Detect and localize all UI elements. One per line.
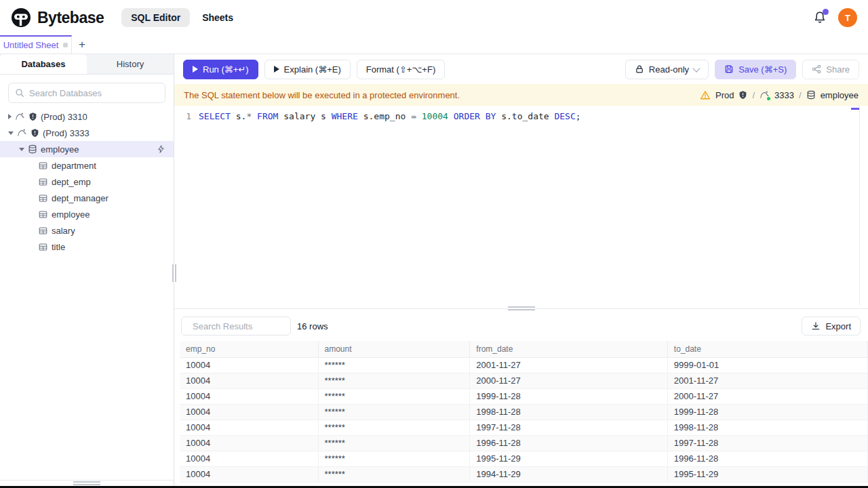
- share-button[interactable]: Share: [802, 60, 859, 79]
- chevron-down-icon[interactable]: [8, 131, 14, 135]
- sql-statement: SELECT s.* FROM salary s WHERE s.emp_no …: [199, 110, 581, 123]
- table-row[interactable]: 10004****** 1994-11-291995-11-29: [180, 466, 868, 482]
- column-header-from-date[interactable]: from_date: [470, 341, 668, 357]
- mode-select[interactable]: Read-only: [625, 60, 709, 79]
- format-button[interactable]: Format (⇧+⌥+F): [357, 60, 445, 79]
- table-label: title: [52, 242, 65, 252]
- save-button[interactable]: Save (⌘+S): [715, 60, 796, 79]
- download-icon: [811, 321, 821, 331]
- search-databases-input[interactable]: [29, 88, 159, 98]
- mysql-icon: [17, 128, 27, 138]
- play-icon: [193, 66, 198, 73]
- table-row[interactable]: 10004****** 1996-11-281997-11-28: [180, 435, 868, 451]
- table-icon: [39, 243, 47, 251]
- play-icon: [274, 66, 279, 73]
- table-row[interactable]: 10004****** 2001-11-279999-01-01: [180, 357, 868, 373]
- results-table: emp_no amount from_date to_date 10004***…: [180, 341, 868, 483]
- sheet-tab-label: Untitled Sheet: [3, 40, 59, 50]
- mysql-icon: [15, 112, 25, 121]
- results-resize-handle[interactable]: [174, 305, 868, 312]
- sidebar: Databases History: [0, 54, 174, 486]
- chevron-down-icon: [692, 64, 700, 72]
- column-header-emp-no[interactable]: emp_no: [180, 341, 318, 357]
- line-number: 1: [174, 110, 199, 123]
- table-item-dept-manager[interactable]: dept_manager: [0, 190, 174, 206]
- results-controls: 16 rows Export: [174, 312, 868, 341]
- bytebase-sql-editor: Bytebase SQL Editor Sheets T Untitled Sh…: [0, 0, 868, 488]
- table-label: department: [52, 161, 96, 171]
- add-sheet-button[interactable]: +: [72, 35, 92, 54]
- sql-editor[interactable]: 1 SELECT s.* FROM salary s WHERE s.emp_n…: [174, 106, 868, 305]
- instance-label: (Prod) 3310: [41, 112, 87, 122]
- table-item-dept-emp[interactable]: dept_emp: [0, 174, 174, 190]
- table-label: employee: [52, 209, 90, 220]
- column-header-amount[interactable]: amount: [318, 341, 470, 357]
- sheet-tabbar: Untitled Sheet +: [0, 35, 868, 54]
- explain-button[interactable]: Explain (⌘+E): [264, 60, 351, 79]
- sidebar-tabs: Databases History: [0, 54, 174, 75]
- notification-dot: [823, 9, 829, 15]
- brand-name: Bytebase: [37, 9, 104, 27]
- sidebar-resize-handle[interactable]: [171, 264, 177, 285]
- warning-icon: [700, 90, 711, 100]
- table-item-employee[interactable]: employee: [0, 206, 174, 222]
- search-results-input[interactable]: [193, 321, 312, 331]
- protected-environment-banner: The SQL statement below will be executed…: [174, 84, 868, 106]
- notifications-button[interactable]: [812, 10, 827, 25]
- unsaved-indicator[interactable]: [63, 43, 68, 47]
- connection-status-dot: [767, 97, 770, 100]
- instance-item-3333[interactable]: (Prod) 3333: [0, 125, 174, 141]
- avatar[interactable]: T: [838, 8, 857, 27]
- code-line[interactable]: 1 SELECT s.* FROM salary s WHERE s.emp_n…: [174, 110, 868, 123]
- app-header: Bytebase SQL Editor Sheets T: [0, 0, 868, 35]
- run-button[interactable]: Run (⌘+↵): [183, 60, 258, 79]
- results-search[interactable]: [181, 317, 291, 336]
- search-icon: [15, 88, 24, 98]
- nav-sheets[interactable]: Sheets: [202, 12, 233, 23]
- database-item-employee[interactable]: employee: [0, 141, 174, 157]
- instance-item-3310[interactable]: (Prod) 3310: [0, 108, 174, 125]
- share-icon: [812, 64, 821, 74]
- database-label[interactable]: employee: [821, 90, 859, 100]
- column-header-to-date[interactable]: to_date: [667, 341, 867, 357]
- results-panel: 16 rows Export emp_no amount: [174, 312, 868, 486]
- instance-label[interactable]: 3333: [774, 90, 794, 100]
- instance-label: (Prod) 3333: [43, 128, 90, 138]
- editor-toolbar: Run (⌘+↵) Explain (⌘+E) Format (⇧+⌥+F): [174, 54, 868, 84]
- nav-sql-editor[interactable]: SQL Editor: [121, 8, 190, 27]
- chevron-right-icon[interactable]: [8, 114, 12, 119]
- row-count: 16 rows: [297, 321, 328, 331]
- database-search[interactable]: [8, 83, 165, 103]
- table-label: dept_manager: [52, 193, 108, 203]
- table-label: dept_emp: [52, 177, 91, 187]
- table-icon: [39, 194, 47, 203]
- table-row[interactable]: 10004****** 1995-11-291996-11-28: [180, 451, 868, 466]
- tab-history[interactable]: History: [87, 54, 174, 74]
- table-icon: [39, 161, 47, 170]
- bytebase-logo-icon: [11, 7, 31, 28]
- cursor-position-marker: [851, 108, 859, 110]
- table-item-department[interactable]: department: [0, 157, 174, 174]
- tab-databases[interactable]: Databases: [0, 54, 87, 74]
- table-item-salary[interactable]: salary: [0, 222, 174, 239]
- table-row[interactable]: 10004****** 1997-11-281998-11-28: [180, 420, 868, 435]
- chevron-down-icon[interactable]: [19, 148, 24, 151]
- database-tree: (Prod) 3310 (Prod) 3333: [0, 108, 174, 255]
- table-row[interactable]: 10004****** 2000-11-272001-11-27: [180, 373, 868, 388]
- export-button[interactable]: Export: [802, 317, 861, 336]
- banner-message: The SQL statement below will be executed…: [184, 90, 460, 100]
- table-icon: [39, 226, 47, 235]
- table-icon: [39, 210, 47, 219]
- results-header-row: emp_no amount from_date to_date: [180, 341, 868, 357]
- database-label: employee: [41, 144, 79, 155]
- protected-shield-icon: [31, 128, 39, 138]
- editor-overview-ruler[interactable]: [859, 106, 860, 305]
- sidebar-bottom-resize-handle[interactable]: [0, 480, 174, 486]
- table-item-title[interactable]: title: [0, 239, 174, 255]
- sheet-tab-untitled[interactable]: Untitled Sheet: [0, 35, 72, 54]
- protected-shield-icon: [28, 112, 37, 121]
- table-row[interactable]: 10004****** 1999-11-282000-11-27: [180, 388, 868, 404]
- table-row[interactable]: 10004****** 1998-11-281999-11-28: [180, 404, 868, 420]
- quick-action-bolt-icon[interactable]: [157, 144, 165, 154]
- connection-breadcrumb: Prod / 3333 /: [700, 90, 859, 100]
